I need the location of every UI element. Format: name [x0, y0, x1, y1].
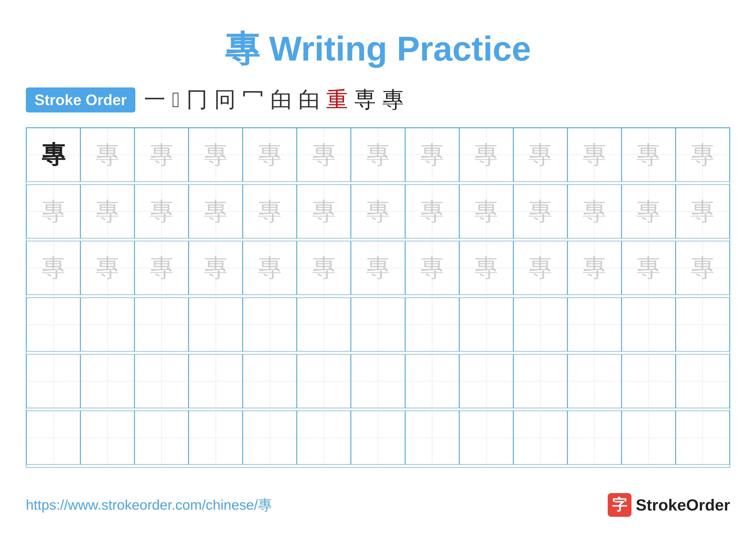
grid-cell-r4-c6[interactable]	[351, 354, 405, 408]
grid-cell-r3-c12[interactable]	[676, 297, 730, 351]
stroke-order-badge: Stroke Order	[26, 88, 135, 113]
grid-cell-r5-c0[interactable]	[26, 411, 80, 465]
grid-cell-r2-c0[interactable]: 專	[26, 241, 80, 295]
grid-cell-r1-c8[interactable]: 專	[459, 184, 513, 239]
grid-cell-r2-c3[interactable]: 專	[189, 241, 243, 295]
grid-cell-r4-c5[interactable]	[297, 354, 351, 408]
grid-cell-r3-c3[interactable]	[189, 297, 243, 351]
grid-cell-r5-c4[interactable]	[243, 411, 297, 465]
grid-cell-r2-c6[interactable]: 專	[351, 241, 405, 295]
grid-cell-r1-c6[interactable]: 專	[351, 184, 405, 239]
grid-cell-r5-c12[interactable]	[676, 411, 730, 465]
grid-cell-r5-c9[interactable]	[513, 411, 567, 465]
grid-cell-r3-c1[interactable]	[80, 297, 134, 351]
grid-cell-r3-c2[interactable]	[134, 297, 189, 351]
grid-cell-r2-c10[interactable]: 專	[567, 241, 622, 295]
grid-cell-r4-c9[interactable]	[513, 354, 567, 408]
stroke-9: 専	[354, 85, 376, 114]
grid-cell-r0-c12[interactable]: 專	[676, 128, 730, 182]
grid-cell-r1-c5[interactable]: 專	[297, 184, 351, 239]
grid-cell-r3-c5[interactable]	[297, 297, 351, 351]
stroke-2: 𠃌	[172, 88, 180, 112]
grid-cell-r3-c11[interactable]	[622, 297, 676, 351]
grid-cell-r3-c0[interactable]	[26, 297, 80, 351]
grid-cell-r1-c0[interactable]: 專	[26, 184, 80, 239]
grid-cell-r2-c2[interactable]: 專	[134, 241, 189, 295]
grid-cell-r0-c8[interactable]: 專	[459, 128, 513, 182]
grid-cell-r1-c11[interactable]: 專	[622, 184, 676, 239]
grid-cell-r3-c7[interactable]	[405, 297, 459, 351]
grid-cell-r5-c10[interactable]	[567, 411, 622, 465]
grid-cell-r2-c5[interactable]: 專	[297, 241, 351, 295]
grid-cell-r4-c8[interactable]	[459, 354, 513, 408]
page: 專 Writing Practice Stroke Order 一 𠃌 冂 冋 …	[0, 0, 756, 534]
grid-cell-r5-c8[interactable]	[459, 411, 513, 465]
grid-cell-r1-c4[interactable]: 專	[243, 184, 297, 239]
grid-cell-r0-c6[interactable]: 專	[351, 128, 405, 182]
grid-cell-r4-c7[interactable]	[405, 354, 459, 408]
grid-cell-r0-c4[interactable]: 專	[243, 128, 297, 182]
grid-cell-r2-c8[interactable]: 專	[459, 241, 513, 295]
footer-url[interactable]: https://www.strokeorder.com/chinese/專	[26, 496, 272, 514]
stroke-sequence: 一 𠃌 冂 冋 冖 甶 甶 重 専 專	[144, 85, 404, 114]
footer: https://www.strokeorder.com/chinese/專 字 …	[26, 493, 730, 517]
stroke-3: 冂	[186, 85, 208, 114]
grid-cell-r2-c11[interactable]: 專	[622, 241, 676, 295]
grid-cell-r0-c3[interactable]: 專	[189, 128, 243, 182]
grid-cell-r4-c0[interactable]	[26, 354, 80, 408]
grid-cell-r2-c1[interactable]: 專	[80, 241, 134, 295]
grid-cell-r1-c12[interactable]: 專	[676, 184, 730, 239]
grid-cell-r1-c10[interactable]: 專	[567, 184, 622, 239]
grid-cell-r0-c10[interactable]: 專	[567, 128, 622, 182]
grid-cell-r1-c9[interactable]: 專	[513, 184, 567, 239]
grid-cell-r1-c2[interactable]: 專	[134, 184, 189, 239]
grid-cell-r4-c12[interactable]	[676, 354, 730, 408]
grid-cell-r4-c1[interactable]	[80, 354, 134, 408]
grid-cell-r3-c8[interactable]	[459, 297, 513, 351]
grid-cell-r5-c5[interactable]	[297, 411, 351, 465]
grid-cell-r1-c1[interactable]: 專	[80, 184, 134, 239]
grid-cell-r3-c10[interactable]	[567, 297, 622, 351]
grid-cell-r4-c10[interactable]	[567, 354, 622, 408]
practice-grid: 專專專專專專專專專專專專專專專專專專專專專專專專專專專專專專專專專專專專專專專	[26, 127, 730, 468]
grid-cell-r5-c11[interactable]	[622, 411, 676, 465]
grid-cell-r3-c4[interactable]	[243, 297, 297, 351]
stroke-7: 甶	[298, 85, 320, 114]
grid-cell-r0-c11[interactable]: 專	[622, 128, 676, 182]
grid-cell-r0-c1[interactable]: 專	[80, 128, 134, 182]
stroke-10: 專	[382, 85, 404, 114]
logo-text: StrokeOrder	[636, 496, 730, 514]
grid-cell-r0-c7[interactable]: 專	[405, 128, 459, 182]
grid-cell-r5-c3[interactable]	[189, 411, 243, 465]
page-title: 專 Writing Practice	[225, 29, 531, 68]
grid-cell-r4-c3[interactable]	[189, 354, 243, 408]
grid-cell-r5-c6[interactable]	[351, 411, 405, 465]
grid-cell-r1-c7[interactable]: 專	[405, 184, 459, 239]
logo-icon: 字	[608, 493, 632, 517]
stroke-order-section: Stroke Order 一 𠃌 冂 冋 冖 甶 甶 重 専 專	[26, 85, 730, 114]
stroke-8: 重	[326, 85, 348, 114]
grid-cell-r4-c4[interactable]	[243, 354, 297, 408]
grid-cell-r0-c2[interactable]: 專	[134, 128, 189, 182]
grid-cell-r4-c2[interactable]	[134, 354, 189, 408]
grid-cell-r3-c6[interactable]	[351, 297, 405, 351]
grid-cell-r0-c0[interactable]: 專	[26, 128, 80, 182]
grid-cell-r0-c5[interactable]: 專	[297, 128, 351, 182]
grid-cell-r1-c3[interactable]: 專	[189, 184, 243, 239]
grid-cell-r2-c12[interactable]: 專	[676, 241, 730, 295]
grid-cell-r5-c1[interactable]	[80, 411, 134, 465]
stroke-4: 冋	[214, 85, 236, 114]
stroke-5: 冖	[242, 85, 264, 114]
grid-cell-r0-c9[interactable]: 專	[513, 128, 567, 182]
title-section: 專 Writing Practice	[26, 26, 730, 72]
grid-cell-r5-c7[interactable]	[405, 411, 459, 465]
footer-logo: 字 StrokeOrder	[608, 493, 730, 517]
grid-cell-r4-c11[interactable]	[622, 354, 676, 408]
stroke-6: 甶	[270, 85, 292, 114]
grid-cell-r2-c7[interactable]: 專	[405, 241, 459, 295]
stroke-1: 一	[144, 85, 166, 114]
grid-cell-r2-c9[interactable]: 專	[513, 241, 567, 295]
grid-cell-r2-c4[interactable]: 專	[243, 241, 297, 295]
grid-cell-r5-c2[interactable]	[134, 411, 189, 465]
grid-cell-r3-c9[interactable]	[513, 297, 567, 351]
